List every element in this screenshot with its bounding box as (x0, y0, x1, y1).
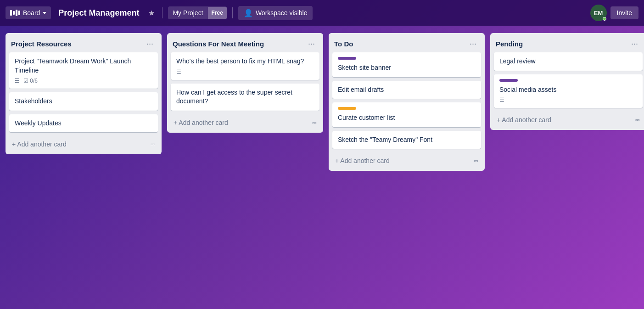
card-text-td-card-2: Edit email drafts (338, 85, 476, 95)
avatar-online-indicator (603, 17, 606, 21)
list-header-questions-next-meeting: Questions For Next Meeting··· (171, 37, 319, 52)
workspace-icon: 👤 (244, 9, 253, 17)
add-card-footer-to-do: + Add another card⎓ (332, 152, 481, 167)
card-meta-qm-card-1: ☰ (176, 69, 314, 75)
card-td-card-1[interactable]: Sketch site banner (332, 52, 481, 77)
add-card-button-pending[interactable]: + Add another card (495, 113, 633, 126)
card-text-td-card-4: Sketch the "Teamy Dreamy" Font (338, 135, 476, 145)
card-text-td-card-3: Curate customer list (338, 113, 476, 123)
card-tag-purple (338, 57, 356, 60)
list-menu-button-to-do[interactable]: ··· (467, 39, 479, 49)
header-divider-2 (232, 7, 233, 18)
description-icon: ☰ (499, 97, 504, 103)
add-card-footer-pending: + Add another card⎓ (494, 112, 643, 126)
board-icon (10, 10, 20, 16)
board-menu-button[interactable]: Board (6, 6, 51, 19)
star-button[interactable]: ★ (146, 7, 157, 19)
list-questions-next-meeting: Questions For Next Meeting···Who's the b… (167, 33, 323, 133)
list-project-resources: Project Resources···Project "Teamwork Dr… (6, 33, 162, 154)
card-td-card-4[interactable]: Sketch the "Teamy Dreamy" Font (332, 131, 481, 149)
list-menu-button-project-resources[interactable]: ··· (144, 39, 156, 49)
add-card-button-to-do[interactable]: + Add another card (333, 154, 472, 167)
add-card-button-questions-next-meeting[interactable]: + Add another card (172, 116, 310, 129)
star-icon: ★ (148, 9, 155, 17)
card-tag-purple (499, 79, 518, 82)
card-meta-pe-card-2: ☰ (499, 97, 637, 103)
template-icon-button-project-resources[interactable]: ⎓ (149, 138, 157, 150)
list-icon: ☰ (15, 78, 20, 84)
workspace-label: Workspace visible (256, 9, 308, 17)
my-project-button[interactable]: My Project Free (168, 6, 226, 19)
list-header-pending: Pending··· (494, 37, 643, 52)
list-to-do: To Do···Sketch site bannerEdit email dra… (329, 33, 485, 171)
board-label: Board (23, 9, 40, 17)
list-header-to-do: To Do··· (332, 37, 481, 52)
card-tag-orange (338, 107, 356, 110)
avatar-button[interactable]: EM (590, 5, 607, 21)
list-pending: Pending···Legal reviewSocial media asset… (490, 33, 644, 130)
list-title-to-do: To Do (334, 40, 353, 48)
avatar-initials: EM (594, 10, 603, 17)
card-pe-card-1[interactable]: Legal review (494, 52, 643, 71)
invite-button[interactable]: Invite (610, 6, 638, 19)
header-divider-1 (162, 7, 162, 18)
list-menu-button-questions-next-meeting[interactable]: ··· (305, 39, 318, 49)
card-qm-card-1[interactable]: Who's the best person to fix my HTML sna… (171, 52, 319, 80)
app-header: Board Project Management ★ My Project Fr… (0, 0, 644, 26)
my-project-label: My Project (168, 6, 207, 19)
card-pr-card-1[interactable]: Project "Teamwork Dream Work" Launch Tim… (9, 52, 158, 89)
list-menu-button-pending[interactable]: ··· (628, 39, 641, 49)
description-icon: ☰ (176, 69, 181, 75)
card-qm-card-2[interactable]: How can I get access to the super secret… (171, 84, 319, 111)
workspace-button[interactable]: 👤 Workspace visible (238, 6, 313, 20)
board-content: Project Resources···Project "Teamwork Dr… (0, 26, 644, 178)
add-card-button-project-resources[interactable]: + Add another card (10, 138, 149, 151)
card-text-pr-card-3: Weekly Updates (15, 119, 152, 128)
template-icon-button-pending[interactable]: ⎓ (633, 114, 642, 126)
free-badge: Free (208, 7, 227, 19)
chevron-down-icon (43, 12, 46, 14)
card-td-card-3[interactable]: Curate customer list (332, 102, 481, 127)
card-text-pr-card-2: Stakeholders (15, 97, 152, 106)
list-title-questions-next-meeting: Questions For Next Meeting (173, 40, 264, 48)
add-card-footer-project-resources: + Add another card⎓ (9, 136, 158, 151)
card-text-qm-card-2: How can I get access to the super secret… (176, 88, 314, 106)
card-pe-card-2[interactable]: Social media assets☰ (494, 74, 643, 108)
list-title-project-resources: Project Resources (11, 40, 72, 48)
template-icon-button-questions-next-meeting[interactable]: ⎓ (310, 117, 319, 129)
checklist-icon: ☑ 0/6 (23, 78, 38, 84)
card-text-pe-card-1: Legal review (499, 57, 637, 66)
card-pr-card-3[interactable]: Weekly Updates (9, 114, 158, 133)
template-icon-button-to-do[interactable]: ⎓ (472, 155, 480, 167)
board-title: Project Management (55, 8, 143, 18)
card-td-card-2[interactable]: Edit email drafts (332, 81, 481, 99)
card-text-pe-card-2: Social media assets (499, 85, 637, 95)
list-header-project-resources: Project Resources··· (9, 37, 158, 52)
card-pr-card-2[interactable]: Stakeholders (9, 92, 158, 111)
card-meta-pr-card-1: ☰☑ 0/6 (15, 78, 152, 84)
card-text-qm-card-1: Who's the best person to fix my HTML sna… (176, 57, 314, 66)
list-title-pending: Pending (496, 40, 523, 48)
invite-label: Invite (617, 9, 632, 17)
card-text-td-card-1: Sketch site banner (338, 63, 476, 73)
add-card-footer-questions-next-meeting: + Add another card⎓ (171, 114, 319, 129)
card-text-pr-card-1: Project "Teamwork Dream Work" Launch Tim… (15, 57, 152, 75)
